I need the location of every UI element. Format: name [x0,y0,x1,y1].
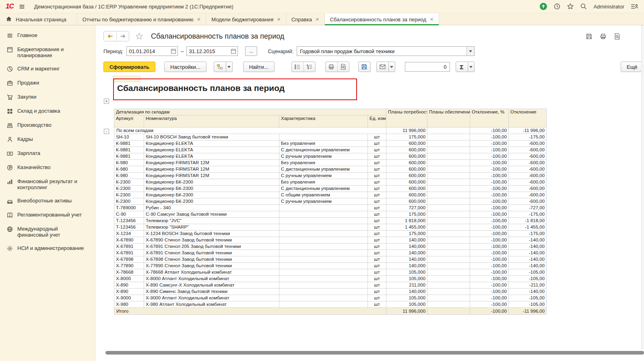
scenario-combobox[interactable]: Годовой план продаж бытовой техники [297,46,475,56]
period-from-input[interactable] [127,48,169,54]
current-user[interactable]: Administrator [593,4,624,10]
table-row[interactable]: К-980Кондиционер FIRMSTAR 12MБез управле… [114,160,547,166]
generate-button[interactable]: Сформировать [103,62,155,72]
table-row[interactable]: К-980Кондиционер FIRMSTAR 12MС дистанцио… [114,166,547,173]
table-row[interactable]: К-2300Кондиционер БК-2300С дистанционным… [114,186,547,192]
table-row[interactable]: К-9881Кондиционер ELEKTAС ручным управле… [114,153,547,160]
table-row[interactable]: К-2300Кондиционер БК-2300С общим управле… [114,192,547,198]
table-row[interactable]: С-90С-90 Самсунг Завод бытовой техникишт… [114,211,547,218]
collapse-groups-icon[interactable] [303,62,315,72]
favorite-star-icon[interactable] [135,32,143,40]
find-button[interactable]: Найти... [243,62,275,72]
table-row-all-warehouses[interactable]: По всем складам11 996,000-100,00-11 996,… [114,128,547,134]
table-row[interactable]: Х-980Х-980 Атлант Холодильный комбинатшт… [114,301,547,308]
table-row[interactable]: Х-67890Х-67890 Стинол Завод бытовой техн… [114,237,547,243]
cell-deviation-pct: -100,00 [470,140,509,147]
sidebar-item-assets[interactable]: Внеоборотные активы [0,194,95,208]
table-row[interactable]: Х-9000Х-9000 Атлант Холодильный комбинат… [114,295,547,301]
table-row[interactable]: Х-67891Х-67891 Стинол Завод бытовой техн… [114,250,547,256]
tab-2[interactable]: Модели бюджетирования× [206,13,286,25]
table-row[interactable]: Х-78668Х-78668 Атлант Холодильный комбин… [114,269,547,276]
table-row[interactable]: К-2300Кондиционер БК-2300Без управленияш… [114,179,547,186]
sidebar-item-budgeting[interactable]: Бюджетирование и планирование [0,43,95,62]
table-row[interactable]: К-9881Кондиционер ELEKTAС дистанционным … [114,147,547,153]
sidebar-item-purchases[interactable]: Закупки [0,90,95,104]
forward-button[interactable] [116,31,129,41]
table-row[interactable]: Х-1234Х-1234 BOSCH Завод бытовой техники… [114,231,547,237]
favorites-star-icon[interactable] [567,3,574,10]
table-row[interactable]: Х-890Х-890 Сименс Завод бытовой техникиш… [114,289,547,295]
cell-demand: 1 818,000 [386,218,427,224]
chevron-down-icon[interactable] [389,62,395,72]
tab-close-icon[interactable]: × [316,17,319,22]
save-result-icon[interactable] [358,62,371,72]
tab-close-icon[interactable]: × [277,17,281,22]
counter-input[interactable] [405,62,450,72]
table-row[interactable]: Х-67891Х-67891 Стинол 205 Завод бытовой … [114,243,547,250]
more-button[interactable]: Ещё [621,62,644,72]
print-preview-icon[interactable] [337,62,349,72]
table-row[interactable]: К-9881Кондиционер ELEKTAБез управленияшт… [114,140,547,147]
main-menu-icon[interactable] [19,3,25,10]
chevron-down-icon[interactable] [468,62,475,72]
chevron-down-icon[interactable] [466,47,474,56]
user-menu-icon[interactable] [630,3,638,10]
search-icon[interactable] [580,3,587,10]
vertical-scrollbar[interactable] [641,25,644,349]
calendar-icon[interactable] [229,47,237,56]
sidebar-item-ifrs[interactable]: Международный финансовый учет [0,222,95,241]
tab-3[interactable]: Справка× [286,13,325,25]
cell-demand: 600,000 [386,198,427,205]
sidebar-item-admin[interactable]: НСИ и администрирование [0,241,95,256]
sum-button[interactable]: Σ [456,62,468,72]
tab-close-icon[interactable]: × [197,17,201,22]
sidebar-item-regaccounting[interactable]: Регламентированный учет [0,208,95,222]
period-to-input[interactable] [187,48,229,54]
back-button[interactable] [104,31,116,41]
sidebar-item-treasury[interactable]: Казначейство [0,161,95,175]
tab-home[interactable]: Начальная страница [0,13,77,25]
table-row[interactable]: Т-789000Рубин - 340шт727,000-100,00-727,… [114,205,547,211]
tab-4[interactable]: Сбалансированность планов за период× [325,13,439,25]
table-row[interactable]: SH-10SH-10 BOSCH Завод бытовой техникишт… [114,134,547,140]
sidebar-item-warehouse[interactable]: Склад и доставка [0,104,95,118]
tab-1[interactable]: Отчеты по бюджетированию и планированию× [77,13,206,25]
sidebar-item-hr[interactable]: Кадры [0,132,95,146]
horizontal-scrollbar[interactable] [105,351,644,355]
sidebar-item-main[interactable]: Главное [0,29,95,43]
history-icon[interactable] [553,3,561,10]
support-service-icon[interactable] [539,2,547,10]
table-row[interactable]: К-980Кондиционер FIRMSTAR 12MС ручным уп… [114,173,547,179]
report-structure-icon[interactable] [214,62,226,72]
expander-minus-icon[interactable]: - [104,129,109,134]
print-icon[interactable] [600,33,607,40]
cell-unit: шт [368,205,386,211]
table-row[interactable]: Х-67898Х-67898 Стинол Завод бытовой техн… [114,256,547,263]
sidebar-item-sales[interactable]: Продажи [0,76,95,90]
sidebar-item-finresult[interactable]: Финансовый результат и контроллинг [0,175,95,194]
table-row-total[interactable]: Итого11 996,000-100,00-11 996,00 [114,308,547,315]
expander-plus-icon[interactable]: + [104,99,109,104]
production-icon [6,122,13,129]
chevron-down-icon[interactable] [226,62,233,72]
table-row[interactable]: Х-77890Х-77890 Стинол Завод бытовой техн… [114,263,547,269]
table-row[interactable]: К-2300Кондиционер БК-2300С ручным управл… [114,198,547,205]
settings-button[interactable]: Настройки... [164,62,206,72]
table-row[interactable]: Х-8000Х-8000 Атлант Холодильный комбинат… [114,276,547,282]
table-row[interactable]: Х-890Х-890 Самсунг-Х Холодильный комбина… [114,282,547,289]
save-icon[interactable] [586,33,592,40]
period-options-button[interactable]: ... [245,46,257,56]
sidebar-item-crm[interactable]: CRM и маркетинг [0,62,95,76]
tab-close-icon[interactable]: × [430,17,433,22]
cell-unit: шт [368,289,386,295]
expand-groups-icon[interactable] [292,62,303,72]
print-preview-icon[interactable] [614,33,621,40]
email-icon[interactable] [376,62,389,72]
table-row[interactable]: Т-123456Телевизор "SHARP"шт1 455,000-100… [114,224,547,231]
sidebar-item-salary[interactable]: Зарплата [0,146,95,161]
sidebar-item-production[interactable]: Производство [0,118,95,132]
print-icon[interactable] [326,62,337,72]
cell-unit: шт [368,250,386,256]
table-row[interactable]: Т-123456Телевизор "JVC"шт1 818,000-100,0… [114,218,547,224]
calendar-icon[interactable] [169,47,178,56]
